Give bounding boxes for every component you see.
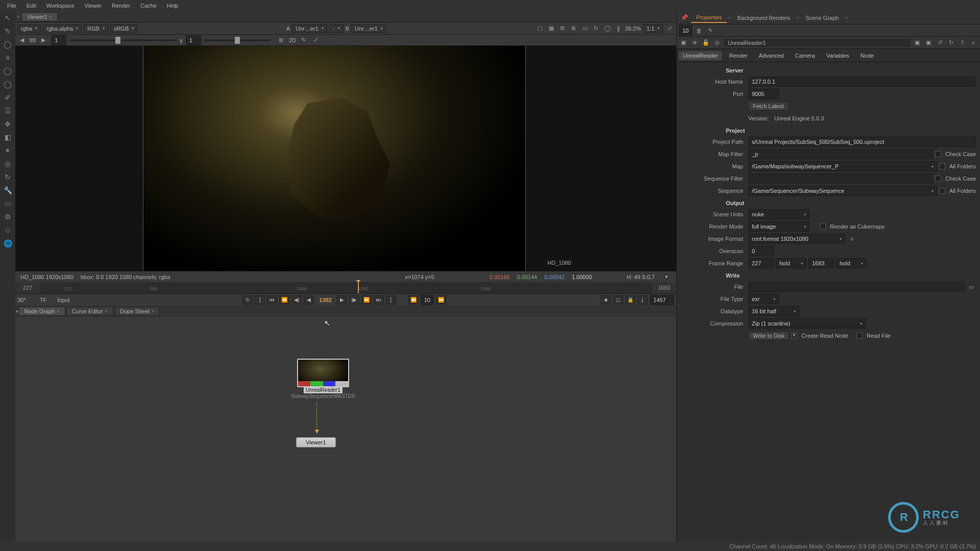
units-select[interactable]: nuke xyxy=(748,209,810,219)
tool-list-icon[interactable]: ≡ xyxy=(3,53,12,62)
out-point-btn[interactable]: ] xyxy=(386,295,396,305)
tf-select[interactable]: TF xyxy=(40,297,55,303)
tool-circle-icon[interactable]: ◯ xyxy=(3,40,12,49)
target-icon[interactable]: ◎ xyxy=(713,38,722,47)
close-all-tabs-icon[interactable]: × xyxy=(15,14,21,20)
dtype-select[interactable]: 16 bit half xyxy=(748,306,799,316)
close-node-icon[interactable]: × xyxy=(969,38,978,47)
tool-wrench-icon[interactable]: 🔧 xyxy=(3,186,12,195)
all-folders-2[interactable] xyxy=(939,188,945,194)
node-index[interactable]: 10 xyxy=(679,26,692,36)
subtab-advanced[interactable]: Advanced xyxy=(755,51,788,60)
timeline-track[interactable]: 227500100013821500 xyxy=(40,282,652,293)
close-icon[interactable]: × xyxy=(152,309,154,314)
node-unrealreader[interactable]: UnrealReader1 SubwaySequencerMASTER xyxy=(291,359,355,399)
skip-back-btn[interactable]: ⏪ xyxy=(408,295,419,305)
proxy-icon[interactable]: ▦ xyxy=(547,24,556,33)
fr-in-field[interactable]: 227 xyxy=(748,258,774,268)
write-disk-button[interactable]: Write to Disk xyxy=(748,331,789,340)
fr-in-mode[interactable]: hold xyxy=(776,258,806,268)
btn4-icon[interactable]: ↻ xyxy=(946,38,955,47)
menu-help[interactable]: Help xyxy=(162,3,184,9)
viewer-tab[interactable]: Viewer1 × xyxy=(21,12,58,21)
comp-select[interactable]: Zip (1 scanline) xyxy=(748,318,866,329)
zoom-icon[interactable]: ▭ xyxy=(580,24,590,33)
help-icon[interactable]: ? xyxy=(958,38,967,47)
wipe-icon[interactable]: ⧉ xyxy=(558,24,567,33)
tab-curve-editor[interactable]: Curve Editor × xyxy=(66,307,113,316)
subtab-render[interactable]: Render xyxy=(725,51,751,60)
tab-properties[interactable]: Properties xyxy=(691,13,727,23)
step-kf-fwd-btn[interactable]: ⏩ xyxy=(361,295,372,305)
dropper-icon[interactable]: ✎ xyxy=(299,36,308,45)
go-last-btn[interactable]: ⏭ xyxy=(374,295,384,305)
fetch-latest-button[interactable]: Fetch Latest xyxy=(748,102,789,111)
tool-target-icon[interactable]: ◎ xyxy=(3,159,12,168)
info-caret-icon[interactable]: ▾ xyxy=(662,272,671,282)
in-point-btn[interactable]: [ xyxy=(255,295,265,305)
current-frame[interactable]: 1382 xyxy=(316,297,334,303)
layer-select[interactable]: rgba.alpha xyxy=(43,24,82,33)
tool-paint-icon[interactable]: ✐ xyxy=(3,93,12,102)
tab-bg-renders[interactable]: Background Renders xyxy=(732,13,795,22)
tab-node-graph[interactable]: Node Graph × xyxy=(18,307,65,316)
subtab-variables[interactable]: Variables xyxy=(822,51,853,60)
tool-arrow-icon[interactable]: ↖ xyxy=(3,13,12,22)
btn2-icon[interactable]: ▣ xyxy=(924,38,933,47)
close-icon[interactable]: × xyxy=(50,14,52,19)
close-icon[interactable]: × xyxy=(57,309,59,314)
ftype-select[interactable]: exr xyxy=(748,294,779,304)
map-filter-field[interactable]: _p xyxy=(748,149,933,159)
sync-icon[interactable]: ↻ xyxy=(242,295,253,305)
skip-amount[interactable]: 10 xyxy=(421,295,434,305)
tool-cube-icon[interactable]: ◧ xyxy=(3,133,12,142)
menu-render[interactable]: Render xyxy=(107,3,135,9)
playhead[interactable] xyxy=(358,282,359,293)
node-viewer[interactable]: Viewer1 xyxy=(296,437,336,447)
tool-star-icon[interactable]: ✶ xyxy=(3,146,12,155)
close-icon[interactable]: × xyxy=(105,309,108,314)
tool-pick-icon[interactable]: ✎ xyxy=(3,27,12,36)
view-mode-select[interactable]: 2D xyxy=(289,37,296,43)
play-back-btn[interactable]: ◀ xyxy=(304,295,314,305)
subtab-node[interactable]: Node xyxy=(856,51,878,60)
ifmt-select[interactable]: root.format 980x551 xyxy=(748,234,845,244)
menu-viewer[interactable]: Viewer xyxy=(80,3,107,9)
refresh-icon[interactable]: ↻ xyxy=(592,24,601,33)
eye-icon[interactable]: 👁 xyxy=(690,38,699,47)
fit-icon[interactable]: ⤢ xyxy=(665,24,674,33)
pixel-ratio[interactable]: 1:1 xyxy=(643,24,663,33)
file-field[interactable] xyxy=(748,282,965,292)
gamma-value[interactable]: 1 xyxy=(186,35,201,45)
roi-icon[interactable]: ▢ xyxy=(535,24,545,33)
a-input-select[interactable]: Unr…er1 xyxy=(292,24,327,33)
create-read-check[interactable] xyxy=(791,333,797,339)
read-file-check[interactable] xyxy=(856,333,863,339)
menu-file[interactable]: File xyxy=(2,3,21,9)
seq-filter-field[interactable] xyxy=(748,173,933,184)
tool-layers-icon[interactable]: ☰ xyxy=(3,106,12,115)
port-field[interactable]: 9005 xyxy=(748,89,779,99)
trash-icon[interactable]: 🗑 xyxy=(694,26,703,35)
format-list-icon[interactable]: ≡ xyxy=(847,234,856,243)
tab-dope-sheet[interactable]: Dope Sheet × xyxy=(114,307,160,316)
lock-icon[interactable]: 🔒 xyxy=(625,295,635,305)
btn1-icon[interactable]: ▣ xyxy=(913,38,922,47)
grid-icon[interactable]: ⊞ xyxy=(277,36,286,45)
timeline[interactable]: 227 227500100013821500 1683 xyxy=(15,282,676,293)
node-graph[interactable]: ↖ UnrealReader1 SubwaySequencerMASTER ▼ … xyxy=(15,317,676,542)
tool-gear-icon[interactable]: ⚙ xyxy=(3,212,12,221)
folder-icon[interactable]: ▭ xyxy=(967,282,976,291)
record-icon[interactable]: ■ xyxy=(601,295,611,305)
loop-icon[interactable]: ◻ xyxy=(613,295,623,305)
colorspace-select[interactable]: sRGB xyxy=(110,24,137,33)
fstop-slider[interactable] xyxy=(69,39,177,41)
btn3-icon[interactable]: ↺ xyxy=(935,38,944,47)
smooth-icon[interactable]: ◯ xyxy=(603,24,612,33)
fstop-value[interactable]: 1 xyxy=(51,35,66,45)
step-back-btn[interactable]: ◀| xyxy=(291,295,302,305)
skip-fwd-btn[interactable]: ⏩ xyxy=(436,295,446,305)
fr-out-mode[interactable]: hold xyxy=(836,258,867,268)
tool-move-icon[interactable]: ✥ xyxy=(3,119,12,129)
step-fwd-btn[interactable]: |▶ xyxy=(349,295,359,305)
